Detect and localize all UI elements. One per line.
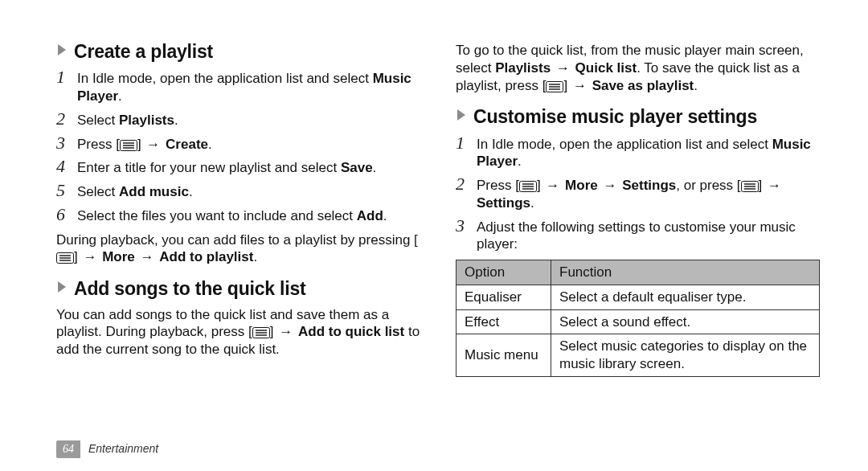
menu-key-icon <box>120 140 137 151</box>
table-header-row: Option Function <box>457 260 820 285</box>
step-body: Select Add music. <box>77 182 420 201</box>
table-row: Equaliser Select a default equaliser typ… <box>457 285 820 309</box>
step-text: Enter a title for your new playlist and … <box>77 160 341 175</box>
menu-key-icon <box>546 81 563 92</box>
heading-customise: Customise music player settings <box>456 105 820 129</box>
chevron-right-icon <box>56 43 69 62</box>
two-column-layout: Create a playlist 1 In Idle mode, open t… <box>56 40 820 377</box>
step-text: Select the files you want to include and… <box>77 208 357 223</box>
step-body: Enter a title for your new playlist and … <box>77 158 420 177</box>
step-body: Select Playlists. <box>77 110 420 129</box>
menu-key-icon <box>252 327 270 338</box>
settings-table: Option Function Equaliser Select a defau… <box>456 260 820 377</box>
heading-text: Add songs to the quick list <box>74 277 306 301</box>
step-body: In Idle mode, open the application list … <box>477 134 820 171</box>
menu-key-icon <box>519 181 537 192</box>
heading-text: Customise music player settings <box>473 105 757 129</box>
step-number: 1 <box>456 134 477 152</box>
step-item: 6 Select the files you want to include a… <box>56 206 420 225</box>
step-item: 1 In Idle mode, open the application lis… <box>56 68 420 105</box>
step-text: . <box>373 160 377 175</box>
arrow-glyph: → <box>766 178 783 193</box>
table-row: Music menu Select music categories to di… <box>457 334 820 377</box>
step-number: 3 <box>56 134 77 152</box>
step-text: Adjust the following settings to customi… <box>477 219 796 252</box>
arrow-glyph: → <box>139 249 156 264</box>
right-column: To go to the quick list, from the music … <box>456 40 820 377</box>
table-cell: Select a default equaliser type. <box>551 285 820 309</box>
step-number: 2 <box>56 110 77 128</box>
page-number: 64 <box>56 440 80 458</box>
step-body: Press [] → Create. <box>77 134 420 154</box>
chevron-right-icon <box>456 108 469 127</box>
step-number: 6 <box>56 206 77 223</box>
step-body: Press [] → More → Settings, or press [] … <box>477 175 820 212</box>
manual-page: Create a playlist 1 In Idle mode, open t… <box>0 0 868 471</box>
heading-text: Create a playlist <box>74 40 213 63</box>
menu-key-icon <box>56 252 74 264</box>
step-number: 2 <box>456 175 477 193</box>
table-cell: Equaliser <box>457 285 551 309</box>
arrow-glyph: → <box>571 78 588 93</box>
step-body: Select the files you want to include and… <box>77 206 420 225</box>
table-cell: Music menu <box>457 334 551 377</box>
paragraph: To go to the quick list, from the music … <box>456 42 820 94</box>
arrow-glyph: → <box>601 178 618 193</box>
step-text: . <box>189 184 193 199</box>
step-text: . <box>518 154 522 169</box>
step-bold: Add music <box>119 184 189 199</box>
table-cell: Select music categories to display on th… <box>551 334 820 377</box>
section-name: Entertainment <box>88 442 158 457</box>
step-item: 3 Press [] → Create. <box>56 134 420 154</box>
table-cell: Select a sound effect. <box>551 309 820 334</box>
left-column: Create a playlist 1 In Idle mode, open t… <box>56 40 420 377</box>
step-bold: Save <box>341 160 373 175</box>
step-number: 3 <box>456 217 477 235</box>
steps-customise: 1 In Idle mode, open the application lis… <box>456 134 820 254</box>
step-number: 4 <box>56 158 77 175</box>
svg-marker-9 <box>58 281 66 293</box>
step-bold: Playlists <box>119 113 174 128</box>
step-item: 4 Enter a title for your new playlist an… <box>56 158 420 177</box>
step-number: 1 <box>56 68 77 86</box>
table-row: Effect Select a sound effect. <box>457 309 820 334</box>
heading-create-playlist: Create a playlist <box>56 40 420 63</box>
step-text: . <box>383 208 387 223</box>
svg-marker-0 <box>58 44 66 55</box>
step-text: Select <box>77 184 119 199</box>
arrow-glyph: → <box>145 137 162 152</box>
arrow-glyph: → <box>277 324 294 339</box>
table-cell: Effect <box>457 309 551 334</box>
arrow-glyph: → <box>544 178 561 193</box>
table-header-cell: Function <box>551 260 820 285</box>
step-body: Adjust the following settings to customi… <box>477 217 820 254</box>
step-item: 2 Press [] → More → Settings, or press [… <box>456 175 820 212</box>
step-item: 2 Select Playlists. <box>56 110 420 129</box>
arrow-glyph: → <box>555 60 571 76</box>
chevron-right-icon <box>56 280 69 299</box>
menu-key-icon <box>741 181 759 192</box>
step-number: 5 <box>56 182 77 199</box>
step-text: In Idle mode, open the application list … <box>477 137 772 152</box>
paragraph: During playback, you can add files to a … <box>56 231 420 267</box>
step-item: 1 In Idle mode, open the application lis… <box>456 134 820 171</box>
page-footer: 64 Entertainment <box>56 440 158 458</box>
paragraph: You can add songs to the quick list and … <box>56 306 420 358</box>
step-item: 5 Select Add music. <box>56 182 420 201</box>
step-text: Select <box>77 113 119 128</box>
steps-create-playlist: 1 In Idle mode, open the application lis… <box>56 68 420 224</box>
step-text: . <box>174 113 178 128</box>
table-header-cell: Option <box>457 260 551 285</box>
svg-marker-18 <box>457 109 465 121</box>
step-bold: Add <box>357 208 383 223</box>
step-body: In Idle mode, open the application list … <box>77 68 420 105</box>
step-item: 3 Adjust the following settings to custo… <box>456 217 820 254</box>
step-text: In Idle mode, open the application list … <box>77 71 373 86</box>
step-text: . <box>118 88 122 104</box>
arrow-glyph: → <box>81 249 98 264</box>
heading-add-quicklist: Add songs to the quick list <box>56 277 420 301</box>
